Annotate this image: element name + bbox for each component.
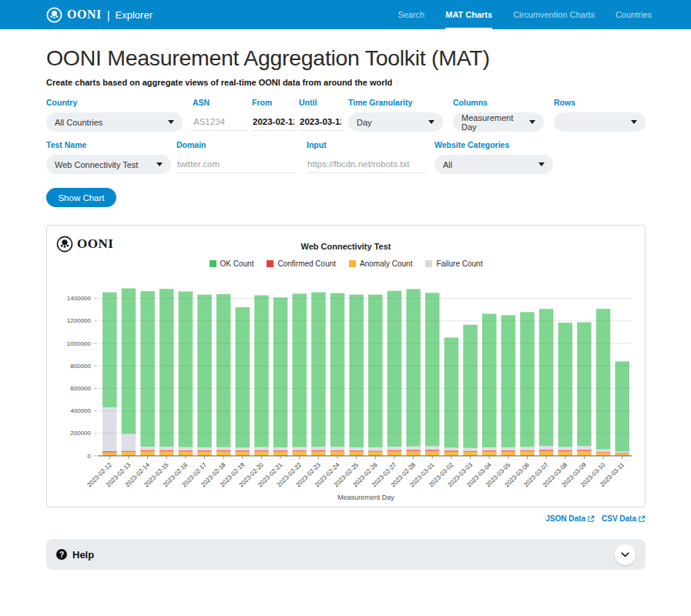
chart-legend: OK CountConfirmed CountAnomaly CountFail… (47, 259, 645, 268)
bar-segment (102, 293, 117, 407)
test-name-select[interactable]: Web Connectivity Test (46, 155, 171, 174)
chevron-down-icon (538, 162, 545, 166)
bar-segment (330, 450, 345, 451)
bar-segment (159, 289, 174, 447)
bar-segment (293, 447, 307, 450)
bar-segment (444, 450, 459, 452)
country-select[interactable]: All Countries (46, 112, 183, 132)
chart-watermark-text: OONI (77, 236, 113, 252)
bar-segment (349, 451, 364, 456)
from-date-input[interactable] (252, 112, 295, 131)
bar-segment (596, 451, 611, 452)
bar-segment (368, 450, 383, 451)
test-name-select-value: Web Connectivity Test (55, 160, 138, 169)
svg-text:1400000: 1400000 (67, 295, 92, 302)
bar-segment (330, 451, 345, 456)
legend-label: Failure Count (436, 259, 482, 268)
help-label: Help (72, 549, 94, 561)
bar-segment (520, 450, 535, 451)
svg-text:200000: 200000 (70, 430, 91, 437)
bar-segment (559, 450, 573, 451)
bar-segment (179, 451, 193, 456)
asn-label: ASN (193, 98, 246, 107)
bar-segment (236, 451, 250, 456)
bar-segment (387, 451, 402, 456)
bar-segment (444, 452, 459, 456)
domain-input[interactable] (176, 155, 296, 173)
bar-segment (179, 292, 193, 447)
bar-segment (140, 450, 155, 451)
ooni-logo-icon (46, 7, 62, 23)
bar-segment (615, 453, 629, 454)
bar-segment (197, 450, 212, 451)
csv-data-link[interactable]: CSV Data (602, 514, 646, 523)
bar-segment (406, 451, 421, 456)
bar-segment (577, 451, 592, 456)
svg-text:800000: 800000 (70, 363, 91, 370)
bar-segment (349, 450, 364, 451)
country-select-value: All Countries (55, 118, 102, 127)
bar-segment (330, 293, 345, 447)
until-date-input[interactable] (299, 112, 342, 131)
bar-segment (254, 296, 269, 447)
bar-segment (102, 453, 117, 456)
website-categories-select-value: All (443, 160, 452, 169)
nav-item-circumvention-charts[interactable]: Circumvention Charts (513, 0, 595, 29)
input-input[interactable] (307, 155, 426, 173)
chevron-down-icon (529, 120, 535, 124)
website-categories-label: Website Categories (434, 140, 553, 149)
json-data-link[interactable]: JSON Data (545, 514, 595, 523)
brand[interactable]: OONI | Explorer (46, 7, 153, 23)
chart-watermark: OONI (56, 236, 113, 253)
page-title: OONI Measurement Aggregation Toolkit (MA… (46, 45, 646, 71)
bar-segment (615, 361, 629, 451)
asn-input[interactable] (193, 112, 246, 131)
brand-product: Explorer (116, 9, 153, 21)
bar-segment (482, 447, 497, 450)
show-chart-button[interactable]: Show Chart (46, 188, 116, 207)
columns-select[interactable]: Measurement Day (453, 112, 544, 132)
rows-select[interactable] (554, 112, 646, 132)
nav-item-mat-charts[interactable]: MAT Charts (445, 0, 492, 29)
website-categories-select[interactable]: All (434, 155, 553, 174)
brand-divider: | (107, 8, 110, 22)
help-collapse-button[interactable] (615, 544, 636, 565)
bar-segment (349, 295, 364, 447)
columns-select-value: Measurement Day (461, 113, 525, 132)
bar-segment (387, 291, 402, 447)
bar-segment (615, 451, 629, 453)
time-granularity-select[interactable]: Day (348, 112, 443, 132)
bar-segment (501, 450, 516, 451)
bar-segment (236, 447, 250, 450)
nav-item-search[interactable]: Search (397, 0, 424, 29)
legend-swatch (267, 260, 273, 267)
filter-form: Country All Countries ASN From Until Tim… (46, 98, 646, 207)
bar-segment (596, 450, 611, 452)
legend-swatch (425, 260, 432, 267)
csv-data-link-label: CSV Data (602, 514, 636, 523)
bar-segment (254, 451, 269, 456)
bar-segment (559, 451, 573, 456)
chevron-down-icon (168, 120, 174, 124)
bar-segment (216, 447, 231, 450)
legend-label: Confirmed Count (277, 259, 336, 268)
nav-item-countries[interactable]: Countries (616, 0, 652, 29)
bar-segment (482, 451, 497, 456)
ooni-logo-icon (56, 236, 73, 253)
header-nav: SearchMAT ChartsCircumvention ChartsCoun… (397, 0, 652, 29)
bar-segment (520, 312, 535, 447)
bar-segment (577, 450, 592, 451)
legend-label: OK Count (220, 259, 254, 268)
bar-segment (425, 450, 440, 451)
bar-segment (159, 451, 174, 456)
chevron-down-icon (621, 552, 629, 557)
bar-segment (293, 451, 307, 456)
input-label: Input (307, 140, 426, 149)
legend-item-anomaly-count: Anomaly Count (349, 259, 412, 268)
bar-segment (293, 293, 307, 447)
data-links: JSON Data CSV Data (46, 514, 646, 523)
bar-segment (236, 450, 250, 451)
bar-segment (349, 447, 364, 450)
bar-segment (122, 288, 136, 434)
bar-segment (122, 434, 136, 451)
